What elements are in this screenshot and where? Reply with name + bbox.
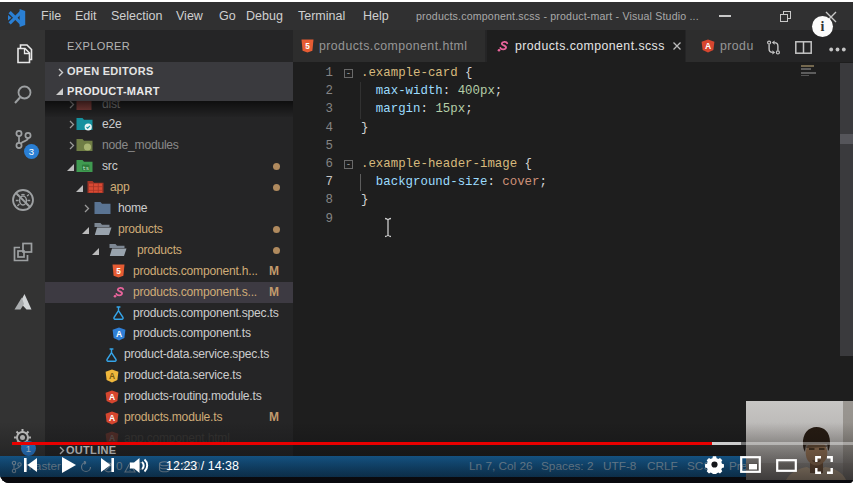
svg-text:5: 5 — [116, 267, 121, 276]
svg-text:A: A — [109, 371, 115, 381]
svg-text:ts: ts — [83, 165, 89, 172]
svg-text:5: 5 — [305, 42, 310, 51]
svg-text:A: A — [705, 41, 711, 51]
svg-text:A: A — [109, 392, 115, 402]
svg-text:A: A — [116, 329, 122, 339]
svg-text:A: A — [109, 413, 115, 423]
